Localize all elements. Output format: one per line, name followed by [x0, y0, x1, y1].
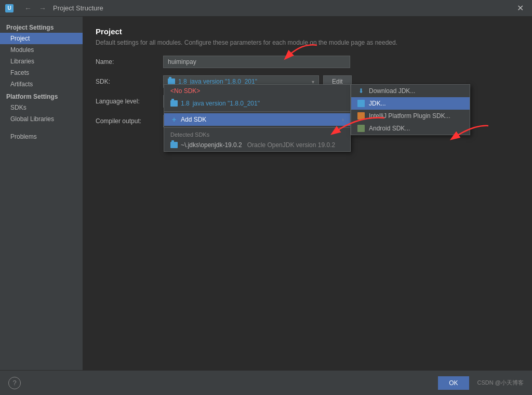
sidebar-item-problems[interactable]: Problems [0, 131, 83, 142]
name-row: Name: [96, 56, 520, 68]
forward-button[interactable]: → [36, 3, 49, 14]
bottom-bar: ? OK CSDN @小天博客 [0, 370, 532, 395]
sub-menu-jdk[interactable]: JDK... [351, 97, 470, 110]
dropdown-arrow-icon: ▾ [312, 79, 314, 85]
sidebar-item-libraries[interactable]: Libraries [0, 56, 83, 67]
platform-settings-header: Platform Settings [0, 90, 83, 102]
sdk-popup-java-version: 1.8 [181, 100, 190, 107]
sdk-popup-java-label: java version "1.8.0_201" [193, 100, 260, 107]
page-description: Default settings for all modules. Config… [96, 39, 520, 46]
close-button[interactable]: ✕ [514, 2, 527, 14]
sub-menu-android-sdk[interactable]: Android SDK... [351, 122, 470, 135]
plugin-icon [357, 112, 365, 120]
add-sdk-plus-icon: + [170, 116, 178, 123]
jdk-label: JDK... [369, 100, 386, 107]
compiler-output-label: Compiler output: [96, 117, 163, 125]
sidebar-item-facets[interactable]: Facets [0, 67, 83, 78]
sidebar-item-modules[interactable]: Modules [0, 44, 83, 56]
sdk-popup: <No SDK> 1.8 java version "1.8.0_201" + … [164, 84, 351, 152]
detected-sdks-label: Detected SDKs [164, 129, 350, 139]
download-icon: ⬇ [357, 87, 365, 95]
sdk-popup-separator2 [164, 127, 350, 128]
sub-menu-download-jdk[interactable]: ⬇ Download JDK... [351, 85, 470, 97]
name-input[interactable] [163, 56, 350, 68]
sidebar-item-global-libraries[interactable]: Global Libraries [0, 113, 83, 125]
sidebar: Project Settings Project Modules Librari… [0, 17, 83, 370]
sub-menu-intellij-plugin[interactable]: IntelliJ Platform Plugin SDK... [351, 110, 470, 122]
app-icon: U [5, 4, 14, 12]
sidebar-item-project[interactable]: Project [0, 33, 83, 44]
back-button[interactable]: ← [22, 3, 34, 14]
page-title: Project [96, 27, 520, 36]
sdk-popup-java18[interactable]: 1.8 java version "1.8.0_201" [164, 97, 350, 110]
detected-sdk-icon [170, 142, 178, 148]
project-settings-header: Project Settings [0, 21, 83, 33]
sdk-folder-icon-popup [170, 100, 178, 107]
name-label: Name: [96, 58, 163, 65]
android-sdk-label: Android SDK... [369, 125, 410, 132]
android-icon [357, 125, 365, 132]
title-bar: U ← → Project Structure ✕ [0, 0, 532, 17]
detected-sdk-path: ~\.jdks\openjdk-19.0.2 [181, 141, 242, 149]
sidebar-item-artifacts[interactable]: Artifacts [0, 78, 83, 90]
window-title: Project Structure [53, 4, 103, 12]
sdk-popup-add-sdk[interactable]: + Add SDK › [164, 113, 350, 126]
intellij-plugin-label: IntelliJ Platform Plugin SDK... [369, 112, 450, 120]
add-sdk-label: Add SDK [181, 116, 206, 123]
watermark-text: CSDN @小天博客 [477, 379, 524, 387]
jdk-icon [357, 100, 365, 107]
detected-sdk-version: Oracle OpenJDK version 19.0.2 [247, 141, 335, 149]
sdk-popup-no-sdk[interactable]: <No SDK> [164, 85, 350, 97]
ok-button[interactable]: OK [438, 376, 469, 390]
sdk-label: SDK: [96, 78, 163, 85]
sdk-popup-separator1 [164, 111, 350, 112]
sdk-popup-detected-item[interactable]: ~\.jdks\openjdk-19.0.2 Oracle OpenJDK ve… [164, 139, 350, 151]
content-area: Project Default settings for all modules… [83, 17, 532, 370]
download-jdk-label: Download JDK... [369, 87, 415, 95]
add-sdk-chevron-icon: › [342, 116, 344, 123]
language-level-label: Language level: [96, 98, 163, 105]
sub-menu: ⬇ Download JDK... JDK... IntelliJ Platfo… [351, 84, 470, 135]
help-button[interactable]: ? [8, 377, 21, 389]
sidebar-item-sdks[interactable]: SDKs [0, 102, 83, 113]
